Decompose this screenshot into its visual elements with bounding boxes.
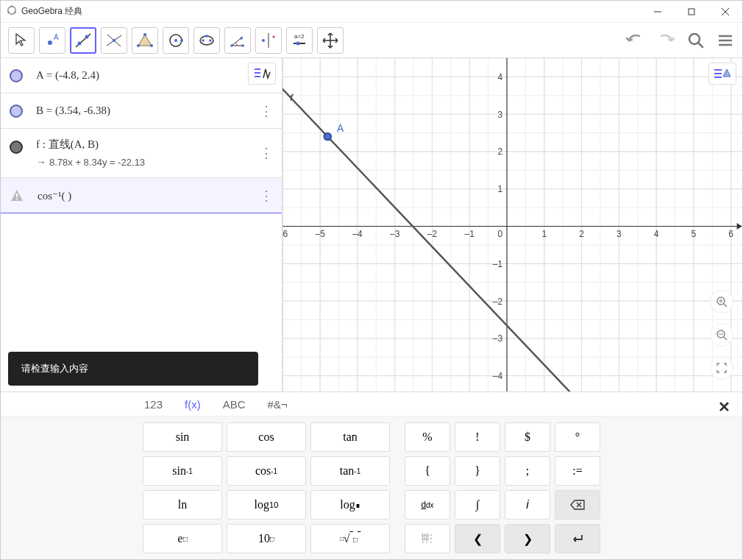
row-menu-input[interactable]: ⋮: [260, 188, 273, 204]
key-percent[interactable]: %: [405, 422, 450, 452]
svg-text:–2: –2: [493, 297, 503, 307]
svg-point-1: [11, 5, 13, 7]
kb-tab-sym[interactable]: #&¬: [268, 398, 288, 411]
row-menu-B[interactable]: ⋮: [260, 103, 273, 119]
kb-tab-123[interactable]: 123: [144, 398, 163, 411]
svg-line-137: [724, 304, 727, 307]
tool-slider[interactable]: a=2: [286, 27, 313, 54]
key-integral[interactable]: ∫: [455, 490, 500, 520]
close-button[interactable]: [708, 1, 742, 23]
zoom-in-button[interactable]: [710, 290, 733, 313]
svg-point-21: [174, 39, 177, 42]
kb-tab-fx[interactable]: f(x): [185, 398, 201, 411]
svg-text:–4: –4: [493, 371, 503, 381]
svg-text:1: 1: [541, 229, 547, 239]
svg-text:–1: –1: [493, 259, 503, 269]
svg-point-31: [262, 39, 265, 42]
tool-line[interactable]: [70, 27, 96, 54]
key-enter[interactable]: [555, 524, 600, 553]
key-backspace[interactable]: [555, 490, 600, 520]
style-bar-toggle[interactable]: [708, 63, 736, 85]
graph-canvas[interactable]: –6–5–4–3–2–10123456 4321–1–2–3–4 f A: [282, 58, 742, 391]
svg-text:6: 6: [728, 229, 733, 239]
svg-marker-16: [138, 35, 152, 46]
tool-point[interactable]: A: [39, 27, 65, 54]
svg-rect-146: [426, 538, 428, 540]
key-degree[interactable]: °: [555, 422, 600, 452]
svg-point-29: [241, 44, 244, 47]
kb-tab-abc[interactable]: ABC: [223, 398, 246, 411]
algebra-input-row[interactable]: cos⁻¹( ) ⋮: [1, 178, 282, 213]
maximize-button[interactable]: [675, 1, 708, 23]
tool-ellipse[interactable]: [193, 27, 220, 54]
svg-rect-145: [422, 538, 424, 540]
menu-button[interactable]: [716, 31, 735, 50]
key-left[interactable]: ❮: [455, 524, 500, 553]
visibility-toggle-B[interactable]: [10, 104, 23, 118]
svg-line-37: [698, 43, 703, 47]
key-sin[interactable]: sin: [143, 422, 222, 452]
key-dollar[interactable]: $: [505, 422, 550, 452]
kb-close-button[interactable]: ✕: [718, 398, 730, 416]
row-menu-f[interactable]: ⋮: [260, 145, 273, 161]
search-button[interactable]: [686, 31, 705, 50]
key-asin[interactable]: sin-1: [143, 456, 222, 486]
fullscreen-button[interactable]: [710, 356, 733, 380]
svg-rect-144: [426, 534, 428, 536]
tool-reflect[interactable]: [255, 27, 282, 54]
key-atan[interactable]: tan-1: [310, 456, 390, 486]
key-tan[interactable]: tan: [310, 422, 390, 452]
key-acos[interactable]: cos-1: [227, 456, 306, 486]
tool-move-view[interactable]: [317, 27, 344, 54]
svg-point-151: [430, 542, 431, 542]
svg-point-45: [16, 198, 18, 199]
key-logb[interactable]: log∎: [310, 490, 390, 520]
tool-circle[interactable]: [163, 27, 189, 54]
key-rbrace[interactable]: }: [455, 456, 500, 486]
minimize-button[interactable]: [641, 1, 675, 23]
graphics-view[interactable]: –6–5–4–3–2–10123456 4321–1–2–3–4 f A: [282, 58, 742, 391]
svg-text:–4: –4: [352, 229, 363, 239]
key-semicolon[interactable]: ;: [505, 456, 550, 486]
key-nroot[interactable]: √: [310, 524, 390, 553]
key-pow10[interactable]: 10: [227, 524, 306, 553]
key-matrix[interactable]: [405, 524, 450, 553]
redo-button[interactable]: [655, 30, 676, 51]
window-titlebar: GeoGebra 经典: [1, 1, 742, 23]
undo-button[interactable]: [625, 30, 645, 51]
key-imaginary[interactable]: i: [505, 490, 550, 520]
svg-point-150: [426, 542, 427, 542]
svg-text:–5: –5: [316, 229, 326, 239]
svg-point-32: [273, 35, 275, 38]
svg-rect-143: [422, 534, 424, 536]
algebra-row-A[interactable]: A = (-4.8, 2.4): [1, 58, 282, 93]
definition-A: A = (-4.8, 2.4): [36, 69, 99, 82]
key-assign[interactable]: :=: [555, 456, 600, 486]
tool-move[interactable]: [8, 27, 35, 54]
tool-perpendicular[interactable]: [101, 27, 127, 54]
key-log10[interactable]: log10: [227, 490, 306, 520]
visibility-toggle-A[interactable]: [10, 69, 23, 82]
key-factorial[interactable]: !: [455, 422, 500, 452]
sort-button[interactable]: [248, 63, 276, 85]
toolbar: A a=2: [1, 23, 742, 58]
key-exp[interactable]: e: [143, 524, 222, 553]
label-A: A: [337, 122, 344, 134]
visibility-toggle-f[interactable]: [10, 141, 23, 154]
key-lbrace[interactable]: {: [405, 456, 450, 486]
svg-point-18: [150, 44, 153, 47]
key-ln[interactable]: ln: [143, 490, 222, 520]
svg-text:3: 3: [616, 229, 622, 239]
tool-angle[interactable]: [224, 27, 251, 54]
point-A[interactable]: [324, 133, 331, 141]
key-right[interactable]: ❯: [505, 524, 550, 553]
algebra-row-f[interactable]: f : 直线(A, B) →8.78x + 8.34y = -22.13 ⋮: [1, 129, 282, 178]
svg-line-140: [724, 337, 727, 340]
key-derivative[interactable]: ddx: [405, 490, 450, 520]
input-expression[interactable]: cos⁻¹( ): [38, 189, 71, 202]
algebra-row-B[interactable]: B = (3.54, -6.38) ⋮: [1, 93, 282, 129]
key-cos[interactable]: cos: [227, 422, 306, 452]
svg-text:2: 2: [497, 146, 502, 157]
tool-polygon[interactable]: [132, 27, 158, 54]
zoom-out-button[interactable]: [710, 323, 733, 347]
